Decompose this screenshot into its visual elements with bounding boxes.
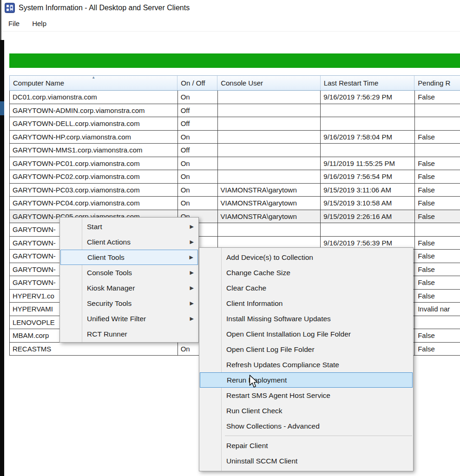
table-row[interactable]: GARYTOWN-PC03.corp.viamonstra.comOnVIAMO…: [10, 184, 460, 197]
table-cell: GARYTOWN-PC03.corp.viamonstra.com: [10, 184, 178, 197]
menubar-item-file[interactable]: File: [3, 18, 25, 29]
column-header[interactable]: ▲Computer Name: [10, 76, 177, 90]
table-cell: 9/15/2019 3:10:58 AM: [321, 197, 415, 210]
submenu-item[interactable]: Open Client Log File Folder: [200, 342, 413, 357]
table-cell: On: [178, 131, 218, 144]
table-cell: [218, 131, 321, 144]
submenu-item[interactable]: Run Client Check: [200, 403, 413, 418]
table-cell: 9/15/2019 2:26:16 AM: [321, 210, 415, 223]
menu-item-label: Client Actions: [87, 238, 131, 246]
table-cell: VIAMONSTRA\garytown: [218, 184, 321, 197]
column-header[interactable]: Last Restart Time: [321, 76, 415, 90]
table-row[interactable]: GARYTOWN-PC02.corp.viamonstra.comOn9/16/…: [10, 170, 460, 184]
table-cell: [218, 91, 321, 104]
submenu-item[interactable]: Add Device(s) to Collection: [200, 250, 413, 265]
submenu-item[interactable]: Show Collections - Advanced: [200, 418, 413, 434]
table-cell: False: [415, 197, 460, 210]
table-row[interactable]: GARYTOWN-HP.corp.viamonstra.comOn9/16/20…: [10, 131, 460, 144]
submenu-item[interactable]: Repair Client: [200, 438, 413, 453]
submenu-item[interactable]: Refresh Updates Compliance State: [200, 357, 413, 372]
submenu-item[interactable]: Open Client Installation Log File Folder: [200, 326, 413, 342]
menu-item-label: Uninstall SCCM Client: [226, 457, 297, 465]
table-row[interactable]: GARYTOWN-PC01.corp.viamonstra.comOn9/11/…: [10, 157, 460, 171]
table-cell: RECASTMS: [10, 343, 178, 356]
table-row[interactable]: GARYTOWN-MMS1.corp.viamonstra.comOff: [10, 144, 460, 157]
menu-bar: File Help: [1, 16, 460, 32]
menu-item-label: Run Client Check: [226, 407, 283, 415]
table-cell: [218, 157, 321, 170]
submenu-item[interactable]: Client Information: [200, 296, 413, 311]
submenu-item[interactable]: Uninstall SCCM Client: [200, 453, 413, 469]
submenu-arrow-icon: ▶: [190, 224, 194, 230]
table-cell: 9/16/2019 7:56:29 PM: [321, 91, 415, 104]
table-cell: False: [415, 184, 460, 197]
menu-item-label: Restart SMS Agent Host Service: [226, 391, 330, 400]
table-cell: [321, 144, 415, 157]
table-cell: DC01.corp.viamonstra.com: [10, 91, 178, 104]
column-header-label: Pending R: [418, 79, 450, 87]
table-cell: False: [415, 290, 460, 303]
title-bar: System Information - All Desktop and Ser…: [1, 0, 460, 16]
table-cell: Invalid nar: [415, 303, 460, 316]
submenu-arrow-icon: ▶: [190, 270, 194, 276]
table-row[interactable]: GARYTOWN-PC04.corp.viamonstra.comOnVIAMO…: [10, 197, 460, 210]
table-cell: [218, 223, 321, 236]
submenu-item[interactable]: Install Missing Software Updates: [200, 311, 413, 326]
context-menu-item[interactable]: Start▶: [60, 219, 198, 234]
submenu-item[interactable]: Clear Cache: [200, 280, 413, 296]
context-menu-item[interactable]: RCT Runner: [60, 326, 198, 342]
table-row[interactable]: GARYTOWN-ADMIN.corp.viamonstra.comOff: [10, 104, 460, 118]
table-row[interactable]: GARYTOWN-DELL.corp.viamonstra.comOff: [10, 117, 460, 131]
table-cell: GARYTOWN-PC04.corp.viamonstra.com: [10, 197, 178, 210]
submenu-item[interactable]: Change Cache Size: [200, 265, 413, 280]
column-header[interactable]: Pending R: [414, 76, 460, 90]
table-cell: On: [178, 197, 218, 210]
submenu-arrow-icon: ▶: [190, 316, 194, 322]
progress-bar: [9, 53, 460, 68]
submenu-arrow-icon: ▶: [190, 239, 194, 245]
context-menu-item[interactable]: Console Tools▶: [60, 265, 198, 280]
context-menu-item[interactable]: Client Actions▶: [60, 234, 198, 250]
menu-item-label: Clear Cache: [226, 284, 266, 292]
table-header-row: ▲Computer NameOn / OffConsole UserLast R…: [9, 75, 460, 91]
menu-item-label: Rerun Deployment: [227, 376, 287, 384]
menubar-item-help[interactable]: Help: [26, 18, 52, 29]
table-row[interactable]: DC01.corp.viamonstra.comOn9/16/2019 7:56…: [10, 91, 460, 104]
menu-item-label: RCT Runner: [87, 330, 127, 338]
menu-item-label: Client Information: [226, 299, 283, 308]
menu-item-label: Change Cache Size: [226, 269, 290, 277]
context-menu-item[interactable]: Client Tools▶: [60, 250, 198, 265]
context-menu-item[interactable]: Kiosk Manager▶: [60, 280, 198, 296]
table-cell: 9/16/2019 7:56:54 PM: [321, 170, 415, 183]
table-cell: False: [415, 210, 460, 223]
context-menu-item[interactable]: Unified Write Filter▶: [60, 311, 198, 326]
submenu-item[interactable]: Rerun Deployment: [200, 372, 413, 388]
table-cell: False: [415, 131, 460, 144]
table-cell: On: [178, 184, 218, 197]
table-cell: [218, 117, 321, 130]
column-header-label: Console User: [221, 79, 263, 87]
column-header[interactable]: On / Off: [177, 76, 217, 90]
table-cell: False: [415, 276, 460, 289]
column-header-label: Computer Name: [13, 79, 64, 87]
table-cell: False: [415, 237, 460, 250]
table-cell: False: [415, 91, 460, 104]
table-cell: VIAMONSTRA\garytown: [218, 197, 321, 210]
table-cell: False: [415, 343, 460, 356]
sort-ascending-icon: ▲: [10, 76, 177, 79]
table-cell: False: [415, 170, 460, 183]
column-header[interactable]: Console User: [217, 76, 321, 90]
window-title: System Information - All Desktop and Ser…: [19, 4, 190, 12]
table-cell: False: [415, 329, 460, 342]
table-cell: [321, 117, 415, 130]
table-cell: [218, 144, 321, 157]
table-cell: [415, 223, 460, 236]
submenu-item[interactable]: Restart SMS Agent Host Service: [200, 388, 413, 403]
table-cell: [321, 223, 415, 236]
context-menu-item[interactable]: Security Tools▶: [60, 296, 198, 311]
menu-item-label: Open Client Installation Log File Folder: [226, 330, 351, 338]
submenu-arrow-icon: ▶: [190, 285, 194, 291]
table-cell: False: [415, 250, 460, 263]
table-cell: [415, 144, 460, 157]
table-cell: On: [178, 91, 218, 104]
